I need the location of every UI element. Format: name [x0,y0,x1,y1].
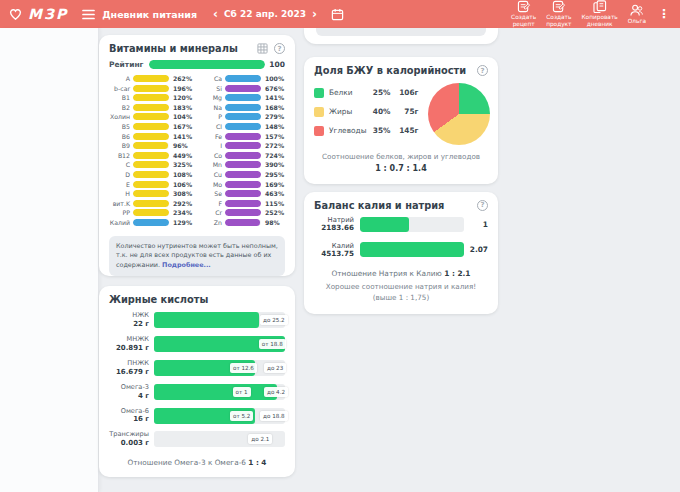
vitamins-column-right: Ca100%Si676%Mg141%Na168%P279%Cl148%Fe157… [201,75,285,229]
vitamin-bar-fill [225,75,261,82]
vitamin-label: E [109,181,133,188]
vitamin-bar-fill [225,152,261,159]
fatty-acids-card: Жирные кислоты НЖК22 гдо 25.2МНЖК20.891 … [99,286,295,477]
user-icon [629,4,644,17]
vitamin-bar [225,200,261,207]
legend-name: Жиры [329,107,366,116]
help-icon[interactable]: ? [477,65,488,76]
vitamin-value: 449% [173,152,192,159]
vitamin-bar [225,219,261,226]
create-product-button[interactable]: Создатьпродукт [546,0,571,28]
action-label: Создатьрецепт [511,14,536,28]
vitamin-bar [133,94,169,101]
fatty-bar: до 2.1 [154,431,285,447]
vitamin-value: 196% [173,85,192,92]
vitamin-value: 272% [265,142,284,149]
vitamin-label: B12 [109,152,133,159]
prev-day-button[interactable]: ‹ [207,8,224,20]
vitamin-bar [225,181,261,188]
copy-diary-icon [593,0,607,13]
fatty-bar: до 25.2 [154,312,285,328]
copy-diary-button[interactable]: Копироватьдневник [581,0,617,28]
vitamin-label: Cu [201,171,225,178]
calendar-icon[interactable] [331,8,344,21]
vitamin-value: 169% [265,181,284,188]
date-label[interactable]: Сб 22 апр. 2023 [224,9,306,19]
help-icon[interactable]: ? [274,43,285,54]
vitamin-bar [225,209,261,216]
vitamin-row: B996% [109,142,193,149]
fatty-name: Трансжиры [109,431,149,439]
vitamin-label: C [109,161,133,168]
vitamin-row: Калий129% [109,219,193,226]
fatty-bar: от 12.6до 23 [154,360,285,376]
legend-grams: 75г [390,107,418,116]
create-recipe-button[interactable]: Создатьрецепт [511,0,536,28]
grid-glyph [257,43,268,54]
fatty-row: МНЖК20.891 гот 18.8 [109,336,285,352]
balance-bar-fill [360,217,409,232]
create-recipe-icon [517,0,531,13]
balance-bar-fill [360,242,464,257]
vitamin-value: 676% [265,85,284,92]
vitamin-row: B6141% [109,133,193,140]
vitamin-label: B1 [109,94,133,101]
fatty-bar: от 1до 4.2 [154,384,285,400]
vitamin-bar [133,161,169,168]
vitamin-bar [133,190,169,197]
vitamin-row: Se463% [201,190,285,197]
next-day-button[interactable]: › [306,8,323,20]
rating-bar-fill [149,60,265,69]
page-title: Дневник питания [102,9,197,20]
vitamin-value: 308% [173,190,192,197]
fatty-threshold-pill: до 18.8 [260,411,288,421]
fatty-label: Омега-616 г [109,408,149,424]
vitamin-label: Калий [109,219,133,226]
vitamin-bar [133,209,169,216]
vitamin-value: 148% [265,123,284,130]
vitamins-card: Витамины и минералы ? Рейтинг 100 A262%b… [99,35,295,276]
fatty-label: НЖК22 г [109,312,149,328]
vitamin-value: 115% [265,200,284,207]
legend-name: Углеводы [329,126,366,135]
bju-body: Белки25%106гЖиры40%75гУглеводы35%145г [304,81,498,149]
logo[interactable]: МЗР [8,6,68,22]
balance-value: 2.07 [464,245,488,254]
vitamin-bar [133,152,169,159]
vitamin-bar-fill [133,209,169,216]
vitamin-value: 295% [265,171,284,178]
fatty-threshold-pill: до 25.2 [260,315,288,325]
table-view-icon[interactable] [257,43,268,54]
vitamin-label: Mo [201,181,225,188]
help-icon[interactable]: ? [477,200,488,211]
vitamin-value: 390% [265,161,284,168]
action-label-line: Копировать [581,14,617,20]
rating-row: Рейтинг 100 [99,59,295,74]
legend-row: Жиры40%75г [314,107,418,117]
vitamin-value: 183% [173,104,192,111]
vitamin-bar [225,133,261,140]
vitamin-label: B5 [109,123,133,130]
vitamin-bar-fill [225,142,261,149]
vitamin-bar [225,94,261,101]
note-more-link[interactable]: Подробнее... [162,261,211,269]
vitamin-value: 252% [265,209,284,216]
fatty-row: Трансжиры0.003 гдо 2.1 [109,431,285,447]
vitamin-bar-fill [133,152,169,159]
menu-icon[interactable] [82,9,95,20]
vitamin-bar [225,85,261,92]
user-menu-button[interactable]: Ольга [628,4,646,25]
vitamin-bar [225,190,261,197]
vitamin-row: Na168% [201,104,285,111]
vitamin-row: Cl148% [201,123,285,130]
legend-grams: 145г [390,126,418,135]
vitamin-value: 141% [265,94,284,101]
vitamin-label: Se [201,190,225,197]
vitamin-label: Cr [201,209,225,216]
vitamin-bar-fill [133,85,169,92]
vitamin-value: 292% [173,200,192,207]
fatty-name: НЖК [109,312,149,320]
vitamin-bar-fill [225,181,261,188]
scrolled-card-inner [316,28,486,36]
more-menu-button[interactable]: ⋮ [658,7,670,21]
